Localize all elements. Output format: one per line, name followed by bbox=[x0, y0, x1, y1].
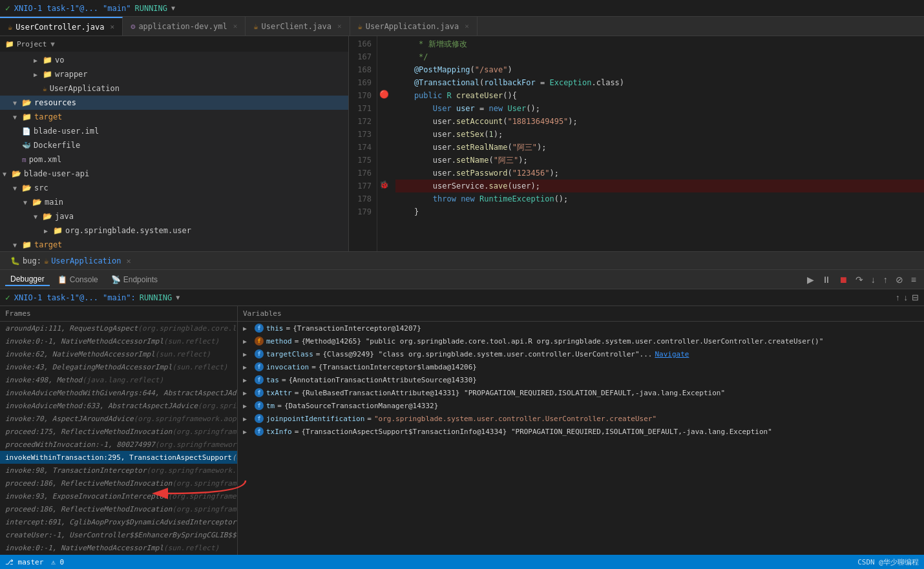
tab-userapplication[interactable]: ☕ UserApplication.java ✕ bbox=[350, 17, 478, 36]
var-txattr[interactable]: ▶ f txAttr = {RuleBasedTransactionAttrib… bbox=[238, 386, 924, 399]
frame-item[interactable]: createUser:-1, UserController$$EnhancerB… bbox=[0, 528, 237, 541]
tab-close-icon[interactable]: ✕ bbox=[465, 22, 469, 30]
var-targetclass[interactable]: ▶ f targetClass = {Class@9249} "class or… bbox=[238, 347, 924, 360]
tree-item-userapplication[interactable]: ☕ UserApplication bbox=[0, 81, 348, 96]
code-line-174: user.setRealName("阿三"); bbox=[395, 141, 924, 154]
frame-item[interactable]: invoke:62, NativeMethodAccessorImpl (sun… bbox=[0, 347, 237, 360]
tree-item-src[interactable]: ▼ 📂 src bbox=[0, 181, 348, 195]
var-value: {Method@14265} "public org.springblade.c… bbox=[301, 337, 823, 346]
var-method[interactable]: ▶ f method = {Method@14265} "public org.… bbox=[238, 335, 924, 347]
var-value: {RuleBasedTransactionAttribute@14331} "P… bbox=[301, 389, 725, 397]
item-label: blade-user-api bbox=[24, 169, 89, 178]
var-name: txAttr bbox=[266, 389, 292, 397]
var-tm[interactable]: ▶ f tm = {DataSourceTransactionManager@1… bbox=[238, 399, 924, 412]
var-tas[interactable]: ▶ f tas = {AnnotationTransactionAttribut… bbox=[238, 373, 924, 386]
frame-item[interactable]: proceed:186, ReflectiveMethodInvocation … bbox=[0, 502, 237, 515]
frame-item[interactable]: aroundApi:111, RequestLogAspect (org.spr… bbox=[0, 322, 237, 335]
project-title: Project bbox=[17, 40, 47, 48]
expand-icon: ▼ bbox=[13, 114, 22, 121]
item-label: main bbox=[45, 198, 63, 207]
step-over-btn[interactable]: ↷ bbox=[853, 273, 866, 286]
frames-title: Frames bbox=[5, 309, 31, 318]
pause-btn[interactable]: ⏸ bbox=[819, 273, 834, 286]
var-name: method bbox=[266, 337, 292, 346]
tree-item-dockerfile[interactable]: 🐳 Dockerfile bbox=[0, 138, 348, 152]
code-line-173: user.setSex(1); bbox=[395, 128, 924, 141]
tree-item-vo[interactable]: ▶ 📁 vo bbox=[0, 53, 348, 67]
mute-btn[interactable]: ⊘ bbox=[893, 273, 906, 286]
dropdown-arrow[interactable]: ▼ bbox=[176, 294, 180, 301]
folder-icon: 📁 bbox=[53, 226, 63, 235]
var-value: {AnnotationTransactionAttributeSource@14… bbox=[289, 376, 477, 384]
frame-item[interactable]: proceedWithInvocation:-1, 800274997 (org… bbox=[0, 438, 237, 451]
var-txinfo[interactable]: ▶ f txInfo = {TransactionAspectSupport$T… bbox=[238, 425, 924, 438]
tree-item-bladeiml[interactable]: 📄 blade-user.iml bbox=[0, 124, 348, 138]
frame-item[interactable]: proceed:186, ReflectiveMethodInvocation … bbox=[0, 477, 237, 490]
var-joinpoint[interactable]: ▶ f joinpointIdentification = "org.sprin… bbox=[238, 412, 924, 425]
close-session-icon[interactable]: ✕ bbox=[127, 256, 131, 265]
tab-console[interactable]: 📋Console bbox=[52, 274, 103, 285]
frame-item[interactable]: proceed:175, ReflectiveMethodInvocation … bbox=[0, 425, 237, 438]
yml-file-icon: ⚙ bbox=[131, 22, 135, 31]
var-invocation[interactable]: ▶ f invocation = {TransactionInterceptor… bbox=[238, 360, 924, 373]
tree-item-main[interactable]: ▼ 📂 main bbox=[0, 195, 348, 209]
frame-item-selected[interactable]: invokeWithinTransaction:295, Transaction… bbox=[0, 451, 237, 464]
up-frame-btn[interactable]: ↑ bbox=[896, 293, 900, 302]
xml-file-icon: m bbox=[22, 156, 26, 164]
code-line-168: @PostMapping("/save") bbox=[395, 63, 924, 76]
breakpoint-170[interactable]: 🔴 bbox=[377, 88, 390, 101]
code-lines[interactable]: * 新增或修改 */ @PostMapping("/save") @Transa… bbox=[390, 36, 924, 251]
tree-item-target2[interactable]: ▼ 📁 target bbox=[0, 238, 348, 251]
frames-list: aroundApi:111, RequestLogAspect (org.spr… bbox=[0, 322, 237, 555]
step-into-btn[interactable]: ↓ bbox=[868, 273, 878, 286]
tree-item-resources[interactable]: ▼ 📂 resources bbox=[0, 96, 348, 110]
item-label: src bbox=[34, 183, 48, 192]
step-out-btn[interactable]: ↑ bbox=[881, 273, 890, 286]
filter-btn[interactable]: ⊟ bbox=[912, 293, 919, 302]
frame-item[interactable]: invoke:98, TransactionInterceptor (org.s… bbox=[0, 464, 237, 477]
expand-icon: ▶ bbox=[243, 402, 252, 409]
tree-item-orgspringblade[interactable]: ▶ 📁 org.springblade.system.user bbox=[0, 223, 348, 238]
tab-endpoints[interactable]: 📡Endpoints bbox=[106, 274, 163, 285]
tab-userclient[interactable]: ☕ UserClient.java ✕ bbox=[246, 17, 350, 36]
frame-item[interactable]: invoke:43, DelegatingMethodAccessorImpl … bbox=[0, 360, 237, 373]
down-frame-btn[interactable]: ↓ bbox=[904, 293, 908, 302]
session-dropdown-icon[interactable]: ▼ bbox=[171, 5, 175, 12]
problems-count: ⚠ 0 bbox=[51, 558, 64, 566]
resume-btn[interactable]: ▶ bbox=[804, 273, 817, 286]
tree-item-pomxml1[interactable]: m pom.xml bbox=[0, 152, 348, 167]
tree-item-java[interactable]: ▼ 📂 java bbox=[0, 209, 348, 223]
frame-item[interactable]: invoke:70, AspectJAroundAdvice (org.spri… bbox=[0, 412, 237, 425]
frame-item[interactable]: invoke:498, Method (java.lang.reflect) bbox=[0, 373, 237, 386]
tab-usercontroller[interactable]: ☕ UserController.java ✕ bbox=[0, 17, 123, 36]
tree-item-target1[interactable]: ▼ 📁 target bbox=[0, 110, 348, 124]
frame-item[interactable]: invokeAdviceMethodWithGivenArgs:644, Abs… bbox=[0, 386, 237, 399]
expand-icon: ▼ bbox=[13, 242, 22, 249]
dropdown-icon[interactable]: ▼ bbox=[50, 40, 55, 48]
thread-status: RUNNING bbox=[140, 293, 173, 302]
stop-btn[interactable]: ⏹ bbox=[836, 273, 850, 286]
tab-close-icon[interactable]: ✕ bbox=[110, 23, 115, 31]
tab-close-icon[interactable]: ✕ bbox=[233, 22, 238, 30]
frame-item[interactable]: invoke:93, ExposeInvocationInterceptor (… bbox=[0, 490, 237, 502]
gutter: 🔴 🐞 bbox=[377, 36, 390, 251]
folder-icon: 📂 bbox=[12, 169, 21, 178]
tab-appdev[interactable]: ⚙ application-dev.yml ✕ bbox=[123, 17, 246, 36]
iml-file-icon: 📄 bbox=[22, 127, 31, 136]
tab-debugger[interactable]: Debugger bbox=[5, 273, 50, 286]
tree-item-bladeapi[interactable]: ▼ 📂 blade-user-api bbox=[0, 167, 348, 181]
frame-item[interactable]: invoke:0:-1, NativeMethodAccessorImpl (s… bbox=[0, 541, 237, 554]
evaluate-btn[interactable]: ≡ bbox=[908, 273, 919, 286]
var-this[interactable]: ▶ f this = {TransactionInterceptor@14207… bbox=[238, 322, 924, 335]
navigate-link[interactable]: Navigate bbox=[655, 350, 689, 358]
frame-item[interactable]: intercept:691, CglibAopProxy$DynamicAdvi… bbox=[0, 515, 237, 528]
tab-close-icon[interactable]: ✕ bbox=[337, 22, 342, 30]
var-eq: = bbox=[295, 337, 299, 346]
frame-item[interactable]: invoke:0:-1, NativeMethodAccessorImpl (s… bbox=[0, 335, 237, 347]
code-line-171: User user = new User(); bbox=[395, 102, 924, 115]
file-tree: ▶ 📁 vo ▶ 📁 wrapper ☕ UserApplication ▼ 📂… bbox=[0, 52, 348, 251]
frame-item[interactable]: invokeAdviceMethod:633, AbstractAspectJA… bbox=[0, 399, 237, 412]
tab-label: application-dev.yml bbox=[138, 22, 227, 31]
tree-item-wrapper[interactable]: ▶ 📁 wrapper bbox=[0, 67, 348, 81]
var-type-icon: f bbox=[255, 362, 264, 371]
